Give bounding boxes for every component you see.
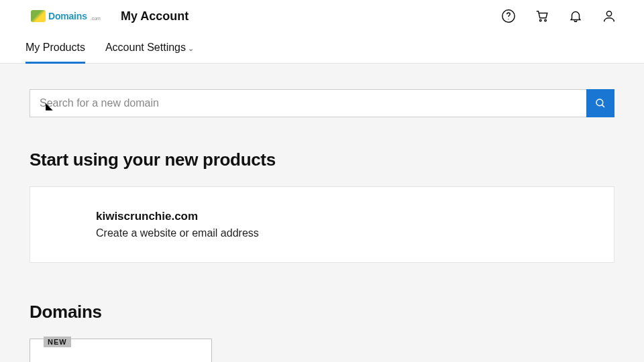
cursor-icon: ◣: [46, 101, 53, 111]
domain-search: [30, 89, 614, 117]
svg-point-1: [508, 19, 508, 19]
page-title: My Account: [121, 9, 189, 23]
main-content: ◣ Start using your new products kiwiscru…: [0, 64, 644, 362]
logo-text: Domains: [48, 11, 87, 21]
logo-subtext: .com: [91, 16, 101, 21]
bell-icon[interactable]: [568, 8, 584, 24]
user-icon[interactable]: [601, 8, 617, 24]
chevron-down-icon: ⌄: [188, 44, 194, 52]
header: Domains .com My Account: [0, 0, 644, 32]
tab-my-products[interactable]: My Products: [25, 42, 85, 63]
product-card-subtitle: Create a website or email address: [96, 227, 595, 239]
product-card[interactable]: kiwiscrunchie.com Create a website or em…: [30, 186, 614, 263]
section-heading-start: Start using your new products: [30, 149, 614, 170]
tab-account-settings[interactable]: Account Settings⌄: [105, 42, 194, 63]
tab-label: Account Settings: [105, 42, 186, 53]
svg-line-6: [602, 105, 604, 107]
search-icon: [594, 97, 606, 109]
header-actions: [500, 8, 617, 24]
new-badge: NEW: [44, 337, 71, 347]
svg-point-5: [596, 99, 603, 106]
tab-bar: My Products Account Settings⌄: [0, 32, 644, 64]
search-button[interactable]: [586, 89, 614, 117]
svg-point-4: [606, 11, 611, 16]
help-icon[interactable]: [500, 8, 517, 24]
logo[interactable]: Domains .com: [31, 10, 101, 22]
logo-mark-icon: [31, 10, 46, 22]
svg-point-3: [545, 19, 547, 21]
cart-icon[interactable]: [534, 8, 550, 24]
section-heading-domains: Domains: [30, 302, 614, 322]
svg-point-2: [539, 19, 541, 21]
product-card-domain: kiwiscrunchie.com: [96, 210, 595, 223]
tab-label: My Products: [25, 42, 85, 53]
domain-card[interactable]: NEW: [30, 339, 212, 362]
search-input[interactable]: [30, 89, 586, 117]
